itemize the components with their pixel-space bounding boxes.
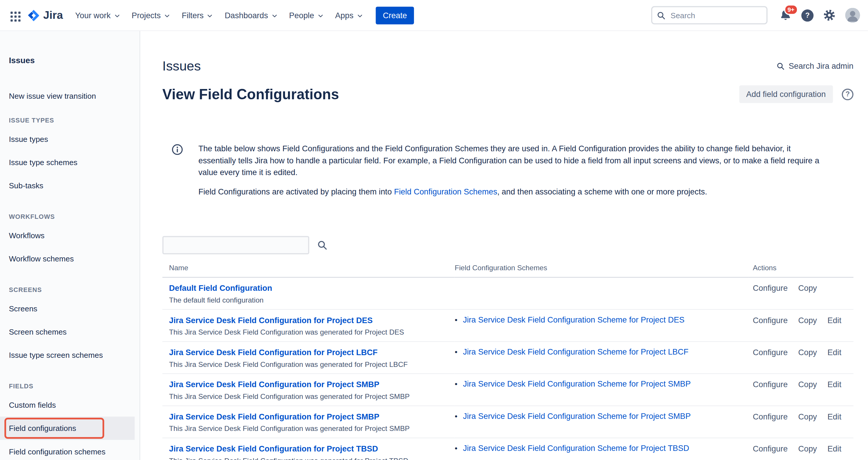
scheme-link[interactable]: Jira Service Desk Field Configuration Sc… — [463, 444, 689, 453]
sidebar-item-custom-fields[interactable]: Custom fields — [0, 393, 140, 417]
table-row: Jira Service Desk Field Configuration fo… — [162, 438, 854, 460]
configure-link[interactable]: Configure — [753, 316, 788, 325]
create-button[interactable]: Create — [375, 6, 414, 24]
search-admin-icon — [777, 62, 785, 70]
info-paragraph-2-prefix: Field Configurations are activated by pl… — [198, 187, 394, 196]
configure-link[interactable]: Configure — [753, 445, 788, 453]
copy-link[interactable]: Copy — [798, 348, 817, 357]
sidebar-item-label: Workflows — [9, 231, 44, 240]
sidebar-section-workflows: WORKFLOWSWorkflowsWorkflow schemes — [0, 213, 140, 270]
configure-link[interactable]: Configure — [753, 412, 788, 421]
info-icon — [171, 143, 183, 205]
top-bar: Jira Your workProjectsFiltersDashboardsP… — [0, 0, 868, 31]
sidebar-item-label: Field configurations — [9, 424, 76, 433]
table-header-row: Name Field Configuration Schemes Actions — [162, 260, 854, 277]
sidebar-item-label: Custom fields — [9, 401, 56, 409]
scheme-link[interactable]: Jira Service Desk Field Configuration Sc… — [463, 380, 691, 389]
field-configuration-link[interactable]: Jira Service Desk Field Configuration fo… — [169, 412, 379, 421]
sidebar-item-field-configurations[interactable]: Field configurations — [0, 417, 134, 440]
sidebar-item-screen-schemes[interactable]: Screen schemes — [0, 320, 140, 343]
edit-link[interactable]: Edit — [828, 412, 841, 421]
sidebar-section-issue-types: ISSUE TYPESIssue typesIssue type schemes… — [0, 116, 140, 197]
user-avatar[interactable] — [845, 8, 860, 23]
app-switcher-button[interactable] — [8, 7, 25, 23]
help-button[interactable]: ? — [801, 9, 813, 21]
sidebar-section-heading: SCREENS — [0, 286, 140, 293]
filter-search-icon — [317, 240, 328, 251]
field-configuration-link[interactable]: Jira Service Desk Field Configuration fo… — [169, 348, 378, 357]
copy-link[interactable]: Copy — [798, 412, 817, 421]
nav-apps[interactable]: Apps — [330, 6, 369, 24]
table-row: Jira Service Desk Field Configuration fo… — [162, 341, 854, 374]
chevron-down-icon — [356, 12, 364, 20]
add-field-configuration-button[interactable]: Add field configuration — [739, 85, 833, 103]
edit-link[interactable]: Edit — [828, 316, 841, 325]
filter-search-button[interactable] — [316, 239, 329, 252]
global-search-box[interactable] — [651, 6, 768, 24]
nav-projects[interactable]: Projects — [126, 6, 176, 24]
field-configuration-link[interactable]: Jira Service Desk Field Configuration fo… — [169, 380, 379, 389]
sidebar-section-heading: WORKFLOWS — [0, 213, 140, 220]
filter-input[interactable] — [162, 236, 309, 254]
copy-link[interactable]: Copy — [798, 316, 817, 325]
sidebar-item-label: Issue type screen schemes — [9, 351, 103, 360]
settings-button[interactable] — [823, 9, 836, 22]
question-mark-icon: ? — [845, 90, 849, 98]
nav-people[interactable]: People — [284, 6, 330, 24]
sidebar-sections: ISSUE TYPESIssue typesIssue type schemes… — [0, 116, 140, 460]
sidebar-item-issue-type-screen-schemes[interactable]: Issue type screen schemes — [0, 343, 140, 367]
notifications-button[interactable]: 9+ — [779, 9, 792, 22]
configure-link[interactable]: Configure — [753, 284, 788, 293]
help-icon: ? — [801, 9, 813, 21]
configure-link[interactable]: Configure — [753, 348, 788, 357]
sidebar-item-workflows[interactable]: Workflows — [0, 224, 140, 247]
nav-filters[interactable]: Filters — [176, 6, 219, 24]
field-configuration-schemes-link[interactable]: Field Configuration Schemes — [394, 187, 497, 196]
nav-item-label: Your work — [75, 11, 111, 20]
edit-link[interactable]: Edit — [828, 445, 841, 453]
sidebar-item-field-configuration-schemes[interactable]: Field configuration schemes — [0, 440, 140, 460]
bullet-icon: • — [455, 444, 457, 453]
primary-navigation: Your workProjectsFiltersDashboardsPeople… — [70, 6, 369, 24]
jira-logo-text: Jira — [43, 9, 63, 22]
scheme-item: •Jira Service Desk Field Configuration S… — [455, 315, 748, 325]
sidebar-item-workflow-schemes[interactable]: Workflow schemes — [0, 247, 140, 270]
page-title: View Field Configurations — [162, 85, 339, 103]
bullet-icon: • — [455, 380, 457, 389]
sidebar-item-label: Issue types — [9, 135, 48, 143]
global-search-input[interactable] — [670, 10, 762, 20]
help-glyph: ? — [805, 11, 809, 20]
sidebar-item-new-issue-view-transition[interactable]: New issue view transition — [0, 91, 140, 101]
scheme-link[interactable]: Jira Service Desk Field Configuration Sc… — [463, 348, 689, 357]
sidebar-item-issue-types[interactable]: Issue types — [0, 128, 140, 151]
sidebar-item-sub-tasks[interactable]: Sub-tasks — [0, 174, 140, 197]
copy-link[interactable]: Copy — [798, 380, 817, 389]
admin-sidebar: Issues New issue view transition ISSUE T… — [0, 31, 140, 460]
nav-your-work[interactable]: Your work — [70, 6, 126, 24]
edit-link[interactable]: Edit — [828, 380, 841, 389]
page-help-button[interactable]: ? — [842, 89, 854, 100]
copy-link[interactable]: Copy — [798, 445, 817, 453]
edit-link[interactable]: Edit — [828, 348, 841, 357]
info-panel: The table below shows Field Configuratio… — [162, 143, 854, 205]
sidebar-title: Issues — [0, 56, 140, 66]
copy-link[interactable]: Copy — [798, 284, 817, 293]
field-configuration-link[interactable]: Jira Service Desk Field Configuration fo… — [169, 316, 373, 325]
info-paragraph-1: The table below shows Field Configuratio… — [198, 143, 827, 179]
scheme-link[interactable]: Jira Service Desk Field Configuration Sc… — [463, 412, 691, 421]
search-jira-admin-link[interactable]: Search Jira admin — [777, 61, 854, 70]
bullet-icon: • — [455, 315, 457, 325]
jira-logo[interactable]: Jira — [26, 8, 70, 22]
nav-item-label: Projects — [132, 11, 161, 20]
configure-link[interactable]: Configure — [753, 380, 788, 389]
scheme-link[interactable]: Jira Service Desk Field Configuration Sc… — [463, 315, 685, 325]
nav-dashboards[interactable]: Dashboards — [219, 6, 284, 24]
field-configuration-link[interactable]: Default Field Configuration — [169, 284, 272, 293]
field-configuration-description: This Jira Service Desk Field Configurati… — [169, 328, 455, 336]
table-row: Default Field ConfigurationThe default f… — [162, 277, 854, 309]
sidebar-item-issue-type-schemes[interactable]: Issue type schemes — [0, 151, 140, 174]
field-configuration-link[interactable]: Jira Service Desk Field Configuration fo… — [169, 445, 378, 453]
info-paragraph-2-suffix: , and then associating a scheme with one… — [497, 187, 707, 196]
sidebar-item-screens[interactable]: Screens — [0, 297, 140, 320]
sidebar-item-label: Screens — [9, 304, 37, 313]
